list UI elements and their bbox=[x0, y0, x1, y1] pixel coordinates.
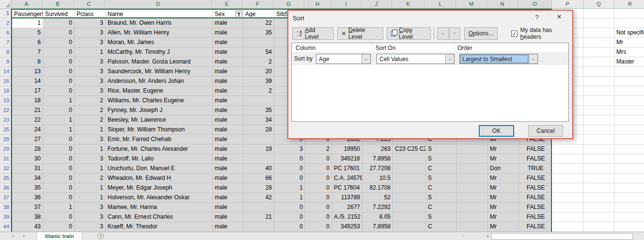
cell[interactable] bbox=[614, 144, 644, 154]
cell[interactable] bbox=[583, 96, 614, 106]
cell[interactable]: Mr bbox=[488, 144, 519, 154]
cell[interactable] bbox=[583, 77, 614, 86]
cell[interactable] bbox=[583, 18, 614, 28]
cell[interactable] bbox=[614, 106, 644, 115]
cell[interactable]: 0 bbox=[43, 222, 75, 232]
cell[interactable]: 82.1708 bbox=[362, 183, 393, 193]
add-level-button[interactable]: +A↓Z Add Level bbox=[292, 27, 334, 40]
sheet-nav-left-icon[interactable]: ◄ bbox=[7, 232, 18, 240]
header-cell[interactable]: PassengerId bbox=[12, 10, 43, 17]
cell[interactable]: male bbox=[213, 203, 243, 212]
cell[interactable] bbox=[583, 125, 614, 135]
cell[interactable]: 24 bbox=[12, 125, 43, 135]
row-number[interactable]: 19 bbox=[0, 96, 11, 106]
cell[interactable]: C bbox=[426, 203, 457, 212]
row-number[interactable]: 28 bbox=[0, 135, 11, 144]
cell[interactable]: 7 bbox=[12, 48, 43, 57]
cell[interactable]: 1 bbox=[75, 144, 106, 154]
close-icon[interactable]: ✕ bbox=[553, 13, 565, 20]
cell[interactable] bbox=[552, 174, 583, 183]
cell[interactable]: 1 bbox=[75, 125, 106, 135]
dialog-resize-grip[interactable]: ⋰ bbox=[566, 132, 571, 137]
cell[interactable]: 3 bbox=[75, 203, 106, 212]
cell[interactable]: 39 bbox=[243, 77, 274, 86]
row-number[interactable]: 15 bbox=[0, 77, 11, 86]
cell[interactable]: 0 bbox=[43, 28, 75, 38]
header-cell[interactable]: Sex bbox=[213, 10, 243, 17]
cell[interactable]: 2 bbox=[75, 96, 106, 106]
cell[interactable] bbox=[583, 164, 614, 174]
column-header-cell[interactable]: G bbox=[273, 0, 304, 9]
cell[interactable]: 13 bbox=[12, 67, 43, 77]
cell[interactable] bbox=[457, 174, 488, 183]
cell[interactable]: 0 bbox=[274, 203, 305, 212]
cell[interactable]: male bbox=[213, 106, 243, 115]
cell[interactable]: 0 bbox=[305, 174, 332, 183]
cell[interactable]: 3 bbox=[75, 38, 106, 48]
column-header-cell[interactable]: L bbox=[425, 0, 456, 9]
cell[interactable]: Uruchurtu, Don. Manuel E bbox=[106, 164, 213, 174]
cell[interactable]: Holverson, Mr. Alexander Oskar bbox=[106, 193, 213, 203]
cell[interactable] bbox=[614, 18, 644, 28]
cell[interactable]: 3 bbox=[75, 212, 106, 222]
cell[interactable]: Cann, Mr. Ernest Charles bbox=[106, 212, 213, 222]
cell[interactable]: S bbox=[426, 144, 457, 154]
cell[interactable] bbox=[243, 96, 274, 106]
cell[interactable] bbox=[552, 193, 583, 203]
cell[interactable]: male bbox=[213, 115, 243, 125]
cell[interactable]: 34 bbox=[243, 115, 274, 125]
cell[interactable]: 0 bbox=[43, 164, 75, 174]
row-number[interactable]: 29 bbox=[0, 144, 11, 154]
cell[interactable] bbox=[583, 154, 614, 164]
cell[interactable] bbox=[243, 203, 274, 212]
cell[interactable]: C bbox=[426, 222, 457, 232]
cell[interactable]: 0 bbox=[43, 106, 75, 115]
cell[interactable]: male bbox=[213, 96, 243, 106]
cell[interactable]: 3 bbox=[75, 77, 106, 86]
cell[interactable]: McCarthy, Mr. Timothy J bbox=[106, 48, 213, 57]
cell[interactable]: 3 bbox=[75, 28, 106, 38]
cell[interactable]: C23 C25 C27 bbox=[393, 144, 426, 154]
cell[interactable]: 0 bbox=[305, 154, 332, 164]
cell[interactable]: S bbox=[426, 154, 457, 164]
cell[interactable] bbox=[614, 193, 644, 203]
cell[interactable]: 1 bbox=[43, 125, 75, 135]
cell[interactable]: 6 bbox=[12, 38, 43, 48]
help-icon[interactable]: ? bbox=[532, 14, 542, 21]
cell[interactable]: 19 bbox=[243, 144, 274, 154]
cell[interactable]: 8.05 bbox=[362, 212, 393, 222]
cell[interactable]: 36 bbox=[12, 193, 43, 203]
cell[interactable]: male bbox=[213, 125, 243, 135]
header-cell[interactable]: Survived bbox=[43, 10, 75, 17]
cell[interactable]: male bbox=[213, 86, 243, 96]
row-number[interactable]: 14 bbox=[0, 67, 11, 77]
cell[interactable]: male bbox=[213, 183, 243, 193]
row-number[interactable]: 36 bbox=[0, 183, 11, 193]
cell[interactable]: 66 bbox=[243, 174, 274, 183]
cell[interactable] bbox=[552, 154, 583, 164]
cell[interactable]: Todoroff, Mr. Lalio bbox=[106, 154, 213, 164]
cell[interactable]: Kraeff, Mr. Theodor bbox=[106, 222, 213, 232]
cell[interactable]: 3 bbox=[274, 144, 305, 154]
cell[interactable] bbox=[583, 67, 614, 77]
cell[interactable]: 0 bbox=[43, 193, 75, 203]
cell[interactable]: 0 bbox=[274, 164, 305, 174]
cell[interactable]: male bbox=[213, 144, 243, 154]
cell[interactable]: 0 bbox=[305, 183, 332, 193]
cell[interactable]: Mr bbox=[488, 183, 519, 193]
cell[interactable]: 263 bbox=[362, 144, 393, 154]
cell[interactable] bbox=[583, 212, 614, 222]
column-header-cell[interactable]: O bbox=[518, 0, 552, 9]
cell[interactable]: 0 bbox=[274, 174, 305, 183]
cell[interactable]: 27 bbox=[12, 135, 43, 144]
cell[interactable]: PC 17601 bbox=[332, 164, 362, 174]
cell[interactable]: male bbox=[213, 135, 243, 144]
cell[interactable] bbox=[614, 125, 644, 135]
cell[interactable]: 0 bbox=[43, 174, 75, 183]
cell[interactable]: 35 bbox=[12, 183, 43, 193]
cell[interactable]: 0 bbox=[43, 212, 75, 222]
row-number[interactable]: 8 bbox=[0, 48, 11, 57]
column-header-cell[interactable]: M bbox=[456, 0, 487, 9]
cell[interactable]: Mr bbox=[488, 154, 519, 164]
cell[interactable] bbox=[393, 212, 426, 222]
